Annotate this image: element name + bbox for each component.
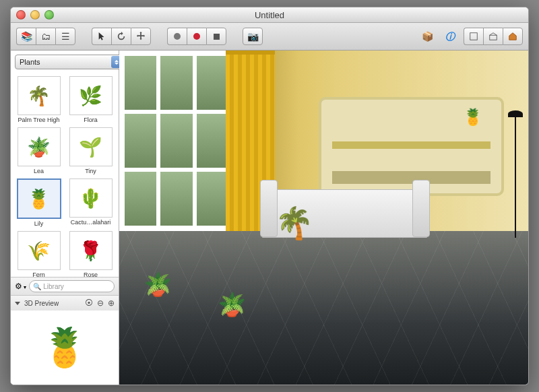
window-controls <box>11 10 54 20</box>
plan-view-icon <box>469 32 478 41</box>
library-item-thumb: 🌾 <box>18 231 61 270</box>
library-item-thumb: 🍍 <box>17 178 61 219</box>
elevation-view-icon <box>488 32 498 41</box>
library-item-label: Lily <box>34 220 44 227</box>
camera-icon: 📷 <box>247 32 259 41</box>
library-item-thumb: 🌱 <box>69 127 113 166</box>
move-tool-button[interactable] <box>131 28 151 45</box>
category-select[interactable]: Plants <box>15 55 124 69</box>
zoom-fit-button[interactable]: ⦿ <box>85 298 93 308</box>
library-item-thumb: 🌿 <box>69 76 113 115</box>
library-item-label: Tiny <box>85 168 96 174</box>
window-title: Untitled <box>11 10 528 20</box>
layers-icon: 🗂 <box>41 32 51 41</box>
library-item-thumb: 🌵 <box>69 178 113 218</box>
library-item[interactable]: 🪴Lea <box>15 127 63 174</box>
library-footer: ⚙ ▾ 🔍 Library <box>11 277 119 295</box>
category-select-label: Plants <box>20 58 40 66</box>
library-item[interactable]: 🍍Lily <box>15 178 63 227</box>
record-button[interactable] <box>167 28 187 45</box>
house-3d-icon <box>508 32 517 41</box>
list-icon: ☰ <box>61 32 70 41</box>
library-search-input[interactable]: 🔍 Library <box>29 280 115 292</box>
record-group <box>167 28 226 45</box>
stop-icon <box>214 34 220 40</box>
view-2d-button[interactable] <box>464 28 483 45</box>
snapshot-button[interactable]: 📷 <box>243 28 263 45</box>
library-item[interactable]: 🌴Palm Tree High <box>15 76 63 123</box>
app-window: Untitled 📚 🗂 ☰ 📷 <box>10 7 529 385</box>
zoom-window-button[interactable] <box>44 10 54 20</box>
scene-floor-plant: 🌴 <box>275 205 313 241</box>
toolbar: 📚 🗂 ☰ 📷 📦 ⓘ <box>11 23 528 51</box>
scene-lamp <box>515 117 516 238</box>
scene-shelf-plant: 🍍 <box>463 108 483 127</box>
record-icon <box>193 33 200 40</box>
library-item[interactable]: 🌱Tiny <box>67 127 115 174</box>
view-elevation-button[interactable] <box>483 28 503 45</box>
search-icon: 🔍 <box>33 283 41 290</box>
chevron-down-icon: ▾ <box>22 284 26 290</box>
layers-panel-button[interactable]: 🗂 <box>36 28 55 45</box>
preview-object: 🍍 <box>41 325 88 370</box>
minimize-window-button[interactable] <box>30 10 40 20</box>
library-item[interactable]: 🌹Rose <box>67 231 115 277</box>
package-icon: 📦 <box>422 32 433 41</box>
pointer-tool-button[interactable] <box>92 28 111 45</box>
library-item[interactable]: 🌾Fern <box>15 231 63 277</box>
library-item-thumb: 🌴 <box>18 76 61 115</box>
library-item[interactable]: 🌵Cactu…alahari <box>67 178 115 227</box>
tool-group <box>92 28 151 45</box>
library-item-label: Rose <box>84 271 98 277</box>
zoom-out-button[interactable]: ⊖ <box>97 298 104 308</box>
library-item-label: Flora <box>84 117 98 123</box>
viewport-3d[interactable]: 🍍 🌴 🪴 🪴 <box>119 51 528 385</box>
library-item-label: Palm Tree High <box>18 117 59 123</box>
panel-toggle-group: 📚 🗂 ☰ <box>16 28 75 45</box>
close-window-button[interactable] <box>16 10 26 20</box>
scene-shelf: 🍍 <box>319 97 504 196</box>
library-sidebar: Plants 🌴Palm Tree High🌿Flora🪴Lea🌱Tiny🍍Li… <box>11 51 119 385</box>
library-item-label: Fern <box>32 271 45 277</box>
info-icon: ⓘ <box>445 32 455 41</box>
zoom-in-button[interactable]: ⊕ <box>108 298 115 308</box>
library-item[interactable]: 🌿Flora <box>67 76 115 123</box>
preview-header[interactable]: 3D Preview ⦿ ⊖ ⊕ <box>11 295 119 311</box>
zoom-out-icon: ⊖ <box>97 298 104 308</box>
gear-icon: ⚙ <box>15 282 22 291</box>
zoom-fit-icon: ⦿ <box>85 298 93 308</box>
zoom-in-icon: ⊕ <box>108 298 115 308</box>
rotate-icon <box>117 32 126 41</box>
move-icon <box>136 32 146 41</box>
library-panel-button[interactable]: 📚 <box>16 28 36 45</box>
library-item-label: Cactu…alahari <box>71 219 111 226</box>
view-mode-group <box>464 28 523 45</box>
library-item-thumb: 🪴 <box>18 127 61 166</box>
scene-window <box>119 51 234 231</box>
list-panel-button[interactable]: ☰ <box>55 28 75 45</box>
stop-button[interactable] <box>206 28 226 45</box>
record-alt-button[interactable] <box>187 28 206 45</box>
preview-label: 3D Preview <box>24 300 59 307</box>
library-item-thumb: 🌹 <box>69 231 113 270</box>
books-icon: 📚 <box>21 32 32 41</box>
scene-pot-1: 🪴 <box>144 271 172 298</box>
content-area: Plants 🌴Palm Tree High🌿Flora🪴Lea🌱Tiny🍍Li… <box>11 51 528 385</box>
library-item-label: Lea <box>34 168 44 174</box>
scene-pot-2: 🪴 <box>218 291 246 318</box>
svg-rect-0 <box>470 33 478 40</box>
view-3d-button[interactable] <box>503 28 523 45</box>
record-dim-icon <box>174 33 181 40</box>
info-button[interactable]: ⓘ <box>441 28 459 44</box>
package-button[interactable]: 📦 <box>418 28 437 44</box>
disclosure-triangle-icon <box>15 302 20 305</box>
options-menu-button[interactable]: ⚙ ▾ <box>15 282 26 291</box>
library-grid: 🌴Palm Tree High🌿Flora🪴Lea🌱Tiny🍍Lily🌵Cact… <box>11 73 119 277</box>
rotate-tool-button[interactable] <box>111 28 131 45</box>
search-placeholder: Library <box>43 283 64 290</box>
preview-pane[interactable]: 🍍 <box>11 311 119 385</box>
pointer-icon <box>97 32 106 41</box>
svg-rect-1 <box>490 35 497 40</box>
titlebar: Untitled <box>11 7 528 23</box>
